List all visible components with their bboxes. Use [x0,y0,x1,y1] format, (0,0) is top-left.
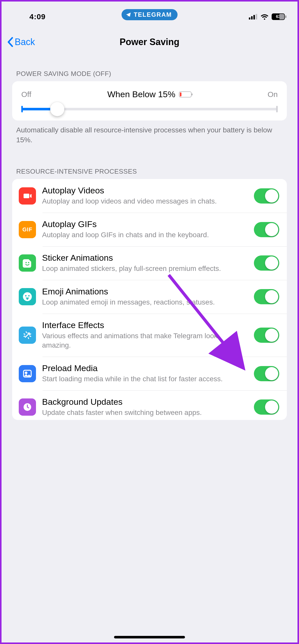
app-pill-telegram[interactable]: TELEGRAM [122,9,178,20]
svg-rect-3 [256,14,257,19]
toggle-preload-media[interactable] [254,366,279,381]
sticker-icon [19,254,36,272]
status-right: 63 [249,13,285,20]
power-threshold-slider[interactable] [21,108,278,110]
row-title: Preload Media [42,363,245,373]
power-saving-card: Off When Below 15% On [12,81,287,120]
page-title: Power Saving [120,37,179,47]
processes-list: Autoplay Videos Autoplay and loop videos… [12,179,287,420]
emoji-icon [19,288,36,305]
pill-label: TELEGRAM [134,11,172,18]
video-icon [19,187,36,205]
row-title: Sticker Animations [42,253,245,263]
toggle-background-updates[interactable] [254,399,279,415]
row-background-updates[interactable]: Background Updates Update chats faster w… [12,390,287,420]
status-bar: 4:09 TELEGRAM 63 [2,2,297,27]
nav-bar: Back Power Saving [2,27,297,57]
home-indicator [114,636,185,638]
telegram-icon [126,12,131,17]
row-subtitle: Various effects and animations that make… [42,331,245,350]
battery-low-icon [179,91,192,97]
wifi-icon [260,14,269,20]
row-subtitle: Autoplay and loop videos and video messa… [42,196,245,206]
back-label: Back [15,37,35,47]
row-preload-media[interactable]: Preload Media Start loading media while … [12,357,287,390]
slider-label-off: Off [21,90,31,99]
row-title: Autoplay Videos [42,186,245,195]
row-title: Background Updates [42,397,245,407]
row-title: Interface Effects [42,320,245,330]
toggle-interface-effects[interactable] [254,328,279,343]
slider-thumb[interactable] [50,102,64,116]
back-button[interactable]: Back [7,37,35,47]
row-autoplay-videos[interactable]: Autoplay Videos Autoplay and loop videos… [12,179,287,213]
row-title: Autoplay GIFs [42,219,245,229]
slider-label-threshold: When Below 15% [107,89,192,99]
svg-rect-2 [253,15,255,19]
svg-point-5 [28,262,29,263]
chevron-left-icon [7,37,14,47]
row-interface-effects[interactable]: Interface Effects Various effects and an… [12,314,287,357]
svg-rect-1 [251,16,253,19]
status-time: 4:09 [29,12,46,21]
slider-label-on: On [268,90,278,99]
svg-rect-0 [249,17,250,19]
row-title: Emoji Animations [42,287,245,296]
toggle-emoji-animations[interactable] [254,289,279,304]
row-subtitle: Start loading media while in the chat li… [42,374,245,384]
row-emoji-animations[interactable]: Emoji Animations Loop animated emoji in … [12,280,287,314]
battery-icon: 63 [272,13,285,20]
row-subtitle: Update chats faster when switching betwe… [42,408,245,417]
row-subtitle: Autoplay and loop GIFs in chats and in t… [42,230,245,240]
section-footer-power: Automatically disable all resource-inten… [2,120,297,147]
toggle-autoplay-gifs[interactable] [254,222,279,237]
clock-icon [19,398,36,416]
svg-point-10 [25,372,27,374]
svg-point-4 [26,262,27,263]
image-icon [19,365,36,382]
row-subtitle: Loop animated emoji in messages, reactio… [42,297,245,307]
toggle-autoplay-videos[interactable] [254,188,279,204]
row-subtitle: Loop animated stickers, play full-screen… [42,264,245,273]
sparkle-icon [19,327,36,344]
row-sticker-animations[interactable]: Sticker Animations Loop animated sticker… [12,246,287,280]
row-autoplay-gifs[interactable]: GIF Autoplay GIFs Autoplay and loop GIFs… [12,213,287,246]
svg-point-7 [25,295,27,297]
gif-icon: GIF [19,221,36,238]
section-header-power: POWER SAVING MODE (OFF) [2,57,297,81]
svg-point-8 [28,295,30,297]
cellular-icon [249,14,257,19]
toggle-sticker-animations[interactable] [254,255,279,271]
section-header-processes: RESOURCE-INTENSIVE PROCESSES [2,147,297,179]
